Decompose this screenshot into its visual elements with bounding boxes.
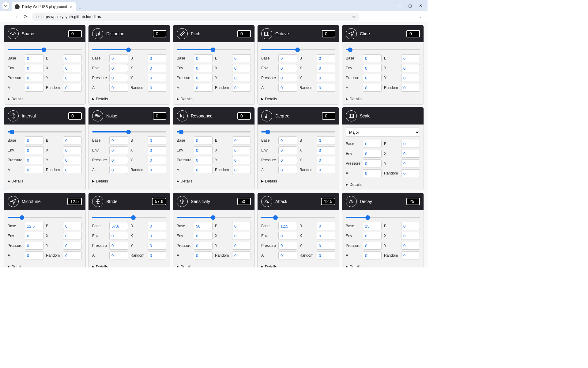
pitch-pressure-input[interactable]: [194, 74, 213, 82]
noise-random-input[interactable]: [148, 166, 166, 174]
tab-search-button[interactable]: [2, 2, 10, 10]
stride-details[interactable]: Details: [92, 264, 166, 267]
details-summary[interactable]: Details: [177, 97, 251, 101]
glide-env-input[interactable]: [363, 64, 382, 72]
details-summary[interactable]: Details: [261, 97, 335, 101]
details-summary[interactable]: Details: [8, 264, 82, 267]
noise-b-input[interactable]: [148, 136, 166, 144]
interval-b-input[interactable]: [63, 136, 82, 144]
shape-base-input[interactable]: [25, 54, 43, 62]
details-summary[interactable]: Details: [261, 179, 335, 183]
noise-base-input[interactable]: [109, 136, 128, 144]
noise-details[interactable]: Details: [92, 179, 166, 183]
resonance-y-input[interactable]: [232, 156, 251, 164]
distortion-y-input[interactable]: [148, 74, 166, 82]
glide-x-input[interactable]: [401, 64, 420, 72]
glide-a-input[interactable]: [363, 84, 382, 92]
attack-y-input[interactable]: [317, 242, 335, 250]
octave-pressure-input[interactable]: [278, 74, 297, 82]
pitch-slider[interactable]: [177, 49, 251, 50]
details-summary[interactable]: Details: [92, 179, 166, 183]
shape-pressure-input[interactable]: [25, 74, 43, 82]
interval-random-input[interactable]: [63, 166, 82, 174]
interval-slider[interactable]: [8, 131, 82, 132]
url-box[interactable]: ⊙ https://plinkysynth.github.io/editor/ …: [32, 13, 360, 21]
decay-b-input[interactable]: [401, 222, 420, 230]
microtune-slider[interactable]: [8, 217, 82, 218]
pitch-random-input[interactable]: [232, 84, 251, 92]
resonance-a-input[interactable]: [194, 166, 213, 174]
attack-details[interactable]: Details: [261, 264, 335, 267]
details-summary[interactable]: Details: [261, 264, 335, 267]
degree-base-input[interactable]: [278, 136, 297, 144]
scale-env-input[interactable]: [363, 150, 382, 158]
distortion-pressure-input[interactable]: [109, 74, 128, 82]
details-summary[interactable]: Details: [8, 179, 82, 183]
interval-base-input[interactable]: [25, 136, 43, 144]
noise-pressure-input[interactable]: [109, 156, 128, 164]
decay-y-input[interactable]: [401, 242, 420, 250]
attack-slider[interactable]: [261, 217, 335, 218]
interval-x-input[interactable]: [63, 146, 82, 154]
shape-slider[interactable]: [8, 49, 82, 50]
microtune-b-input[interactable]: [63, 222, 82, 230]
scale-pressure-input[interactable]: [363, 159, 382, 167]
distortion-base-input[interactable]: [109, 54, 128, 62]
glide-details[interactable]: Details: [346, 97, 420, 101]
pitch-b-input[interactable]: [232, 54, 251, 62]
browser-tab[interactable]: Plinky WebUSB playground ✕: [12, 2, 76, 11]
nav-forward-button[interactable]: →: [12, 13, 19, 20]
decay-random-input[interactable]: [401, 251, 420, 259]
scale-random-input[interactable]: [401, 169, 420, 177]
sensitivity-env-input[interactable]: [194, 232, 213, 240]
decay-base-input[interactable]: [363, 222, 382, 230]
attack-pressure-input[interactable]: [278, 242, 297, 250]
glide-b-input[interactable]: [401, 54, 420, 62]
decay-details[interactable]: Details: [346, 264, 420, 267]
scale-base-input[interactable]: [363, 140, 382, 148]
degree-a-input[interactable]: [278, 166, 297, 174]
noise-env-input[interactable]: [109, 146, 128, 154]
distortion-b-input[interactable]: [148, 54, 166, 62]
octave-y-input[interactable]: [317, 74, 335, 82]
pitch-base-input[interactable]: [194, 54, 213, 62]
resonance-pressure-input[interactable]: [194, 156, 213, 164]
pitch-y-input[interactable]: [232, 74, 251, 82]
degree-y-input[interactable]: [317, 156, 335, 164]
degree-random-input[interactable]: [317, 166, 335, 174]
shape-random-input[interactable]: [63, 84, 82, 92]
window-close-button[interactable]: ✕: [415, 2, 426, 9]
distortion-slider[interactable]: [92, 49, 166, 50]
stride-a-input[interactable]: [109, 251, 128, 259]
octave-base-input[interactable]: [278, 54, 297, 62]
page-viewport[interactable]: Shape0BaseBEnvXPressureYARandomDetailsDi…: [0, 22, 428, 267]
attack-a-input[interactable]: [278, 251, 297, 259]
bookmark-star-icon[interactable]: ☆: [352, 14, 356, 19]
octave-random-input[interactable]: [317, 84, 335, 92]
glide-base-input[interactable]: [363, 54, 382, 62]
resonance-random-input[interactable]: [232, 166, 251, 174]
distortion-details[interactable]: Details: [92, 97, 166, 101]
resonance-slider[interactable]: [177, 131, 251, 132]
attack-random-input[interactable]: [317, 251, 335, 259]
octave-x-input[interactable]: [317, 64, 335, 72]
window-maximize-button[interactable]: ▢: [405, 2, 415, 9]
shape-b-input[interactable]: [63, 54, 82, 62]
interval-a-input[interactable]: [25, 166, 43, 174]
glide-slider[interactable]: [346, 49, 420, 50]
degree-details[interactable]: Details: [261, 179, 335, 183]
tab-close-button[interactable]: ✕: [70, 5, 73, 9]
octave-b-input[interactable]: [317, 54, 335, 62]
shape-env-input[interactable]: [25, 64, 43, 72]
decay-x-input[interactable]: [401, 232, 420, 240]
octave-a-input[interactable]: [278, 84, 297, 92]
shape-a-input[interactable]: [25, 84, 43, 92]
distortion-x-input[interactable]: [148, 64, 166, 72]
degree-x-input[interactable]: [317, 146, 335, 154]
octave-details[interactable]: Details: [261, 97, 335, 101]
sensitivity-pressure-input[interactable]: [194, 242, 213, 250]
scale-b-input[interactable]: [401, 140, 420, 148]
glide-pressure-input[interactable]: [363, 74, 382, 82]
stride-y-input[interactable]: [148, 242, 166, 250]
stride-slider[interactable]: [92, 217, 166, 218]
